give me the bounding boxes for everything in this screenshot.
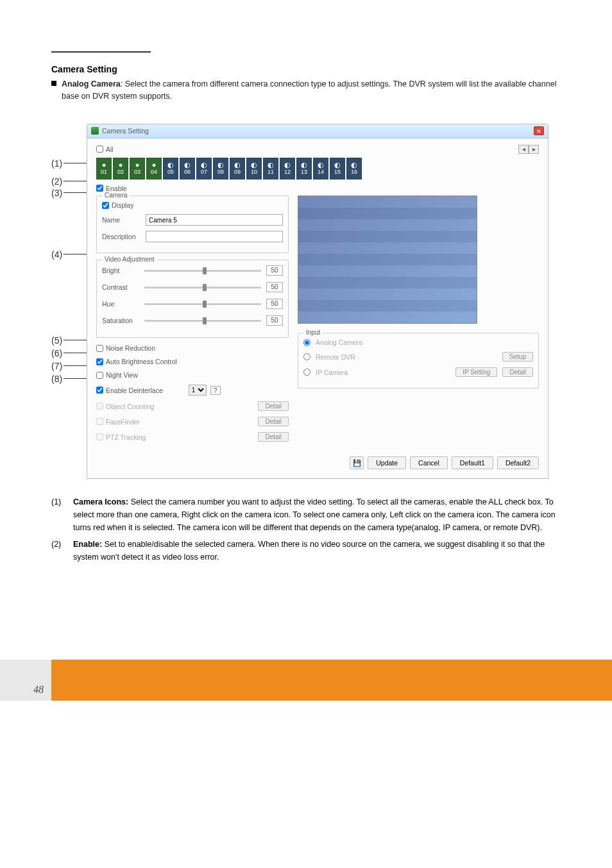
remote-dvr-radio[interactable] [303,353,310,360]
section-heading: Camera Setting [51,64,561,74]
display-label: Display [112,201,133,209]
camera-icon-02[interactable]: ●02 [113,158,128,179]
intro-bold: Analog Camera [62,79,121,88]
noise-reduction-checkbox[interactable]: Noise Reduction [96,344,155,352]
slider-track[interactable] [144,303,261,305]
noise-reduction-label: Noise Reduction [106,344,155,352]
slider-row: Hue50 [102,299,283,309]
ptz-tracking-checkbox[interactable]: PTZ Tracking [96,433,146,441]
name-field[interactable] [146,214,283,226]
list-item: (2)Enable: Set to enable/disable the sel… [51,538,561,563]
slider-row: Contrast50 [102,282,283,292]
ptz-tracking-label: PTZ Tracking [106,433,146,441]
list-item-text: Select the camera number you want to adj… [73,497,556,532]
list-item: (1)Camera Icons: Select the camera numbe… [51,496,561,534]
deinterlace-select[interactable]: 1 [189,385,207,396]
night-view-checkbox[interactable]: Night View [96,371,138,379]
list-item-text: Set to enable/disable the selected camer… [73,540,545,562]
display-checkbox[interactable]: Display [102,201,133,209]
slider-value: 50 [266,265,283,276]
camera-icon-15[interactable]: ◐15 [330,158,345,179]
list-number: (2) [51,538,68,563]
setup-button[interactable]: Setup [502,352,533,362]
list-number: (1) [51,496,68,534]
arrow-right-icon[interactable]: ▸ [529,145,539,154]
auto-brightness-label: Auto Brightness Control [106,358,177,365]
save-icon[interactable]: 💾 [350,456,364,469]
slider-label: Saturation [102,317,139,324]
camera-setting-window: Camera Setting ✕ All ◂ ▸ ●01●02●03●04◐05… [87,124,548,480]
enable-checkbox[interactable]: Enable [96,185,127,192]
cancel-button[interactable]: Cancel [410,456,448,469]
camera-icon-06[interactable]: ◐06 [180,158,195,179]
callout-7: (7) [51,361,90,371]
facefinder-detail-button[interactable]: Detail [258,417,289,426]
night-view-label: Night View [106,371,138,379]
ip-camera-label: IP Camera [316,369,348,376]
slider-track[interactable] [144,320,261,322]
camera-icon-12[interactable]: ◐12 [280,158,295,179]
camera-icon-03[interactable]: ●03 [130,158,145,179]
slider-label: Hue [102,300,139,308]
close-icon[interactable]: ✕ [534,126,544,135]
titlebar: Camera Setting ✕ [87,124,548,138]
ptz-tracking-detail-button[interactable]: Detail [258,432,289,442]
camera-icon-05[interactable]: ◐05 [163,158,178,179]
deinterlace-label: Enable Deinterlace [106,387,163,394]
ip-setting-button[interactable]: IP Setting [455,367,497,377]
object-counting-detail-button[interactable]: Detail [258,401,289,411]
app-icon [91,127,99,135]
deinterlace-checkbox[interactable]: Enable Deinterlace [96,387,163,394]
scroll-arrows[interactable]: ◂ ▸ [518,145,539,154]
camera-icon-07[interactable]: ◐07 [196,158,212,179]
input-detail-button[interactable]: Detail [502,367,533,377]
footer-stripe: 48 [0,660,612,701]
bullet-icon [51,81,56,86]
slider-row: Bright50 [102,265,283,276]
slider-track[interactable] [144,270,261,272]
slider-label: Contrast [102,283,139,291]
analog-camera-label: Analog Camera [316,338,362,346]
default2-button[interactable]: Default2 [497,456,539,469]
callout-8: (8) [51,374,90,384]
description-label: Description [102,233,143,240]
name-label: Name [102,216,143,224]
enable-label: Enable [106,185,127,192]
object-counting-label: Object Counting [106,403,154,410]
arrow-left-icon[interactable]: ◂ [518,145,529,154]
camera-icon-13[interactable]: ◐13 [296,158,312,179]
window-title: Camera Setting [102,127,149,135]
all-checkbox[interactable]: All [96,146,114,153]
default1-button[interactable]: Default1 [452,456,493,469]
description-field[interactable] [146,231,283,242]
camera-icon-08[interactable]: ◐08 [213,158,228,179]
update-button[interactable]: Update [368,456,406,469]
auto-brightness-checkbox[interactable]: Auto Brightness Control [96,358,177,365]
callout-1: (1) [51,158,90,169]
camera-strip: ●01●02●03●04◐05◐06◐07◐08◐09◐10◐11◐12◐13◐… [96,158,539,179]
page-number: 48 [0,660,51,701]
object-counting-checkbox[interactable]: Object Counting [96,403,154,410]
camera-group: Camera Display Name Description [96,196,289,253]
camera-icon-09[interactable]: ◐09 [230,158,245,179]
help-icon[interactable]: ? [210,386,221,395]
facefinder-checkbox[interactable]: FaceFinder [96,418,140,426]
callout-3: (3) [51,188,90,198]
analog-camera-radio[interactable] [303,339,310,346]
video-adjustment-title: Video Adjustment [102,256,157,263]
camera-icon-10[interactable]: ◐10 [246,158,262,179]
camera-icon-04[interactable]: ●04 [146,158,162,179]
callout-6: (6) [51,348,90,358]
slider-row: Saturation50 [102,315,283,326]
all-label: All [106,146,114,153]
camera-icon-14[interactable]: ◐14 [313,158,328,179]
camera-icon-16[interactable]: ◐16 [346,158,362,179]
facefinder-label: FaceFinder [106,418,140,426]
slider-value: 50 [266,299,283,309]
callout-2: (2) [51,176,90,187]
ip-camera-radio[interactable] [303,369,310,376]
camera-icon-11[interactable]: ◐11 [263,158,278,179]
input-group: Input Analog Camera Remote DVR Setup [298,333,539,388]
slider-track[interactable] [144,287,261,288]
camera-icon-01[interactable]: ●01 [96,158,112,179]
